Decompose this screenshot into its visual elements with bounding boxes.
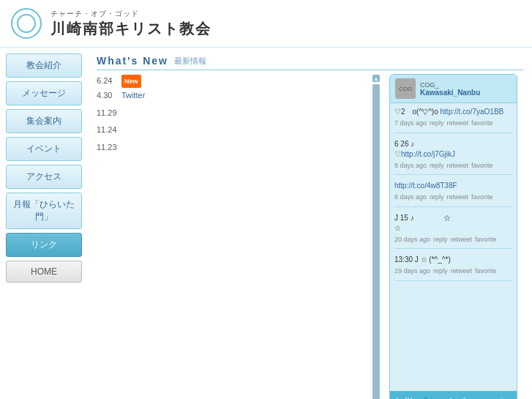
news-item-2: 4.30 Twitter bbox=[97, 89, 369, 103]
news-content-1[interactable]: New bbox=[121, 74, 141, 89]
tweet-text-4: J 15 ♪ ☆☆ bbox=[394, 213, 512, 234]
main-content: What's New 最新情報 6.24 New 4.30 Twitter bbox=[88, 48, 532, 399]
nav-message[interactable]: メッセージ bbox=[6, 81, 82, 105]
avatar-initials: COG bbox=[399, 86, 412, 92]
tweet-4: J 15 ♪ ☆☆ 20 days agoreplyretweetfavorit… bbox=[394, 213, 512, 250]
tweet-text-2: 6 26 ♪♡http://t.co/j7GjikJ bbox=[394, 139, 512, 160]
site-subtitle: チャーチ・オブ・ゴッド bbox=[50, 9, 211, 19]
twitter-content: ♡2 o(^▽^)o http://t.co/7yaO1BB 7 days ag… bbox=[390, 103, 517, 391]
logo-inner-circle bbox=[17, 14, 36, 33]
tweet-text-1: ♡2 o(^▽^)o http://t.co/7yaO1BB bbox=[394, 107, 512, 117]
news-item-1: 6.24 New bbox=[97, 74, 369, 89]
twitter-branding: twitter 🐦 bbox=[396, 395, 435, 399]
tweet-2: 6 26 ♪♡http://t.co/j7GjikJ 8 days agorep… bbox=[394, 139, 512, 176]
twitter-bird-icon: 🐦 bbox=[422, 395, 435, 399]
whats-new-subtitle: 最新情報 bbox=[174, 56, 206, 67]
tweet-1: ♡2 o(^▽^)o http://t.co/7yaO1BB 7 days ag… bbox=[394, 107, 512, 133]
new-badge: New bbox=[121, 75, 141, 88]
news-list: 6.24 New 4.30 Twitter 11.29 11.24 11.23 bbox=[97, 74, 369, 155]
site-title: 川崎南部キリスト教会 bbox=[50, 19, 211, 39]
twitter-username: Kawasaki_Nanbu bbox=[420, 89, 480, 97]
news-date-2: 4.30 bbox=[97, 89, 117, 103]
tweet-meta-1: 7 days agoreplyretweetfavorite bbox=[394, 119, 512, 128]
twitter-user-info: COG_ Kawasaki_Nanbu bbox=[420, 81, 480, 97]
main-layout: 教会紹介 メッセージ 集会案内 イベント アクセス 月報「ひらいた門」 リンク … bbox=[0, 48, 532, 399]
scrollbar: ▲ ▼ bbox=[370, 74, 382, 399]
middle-section: 6.24 New 4.30 Twitter 11.29 11.24 11.23 bbox=[97, 74, 523, 399]
tweet-text-3: http://t.co/4w8T38F bbox=[394, 181, 512, 191]
tweet-link-3[interactable]: http://t.co/4w8T38F bbox=[394, 182, 457, 190]
tweet-text-5: 13:30 J ☆ (*^_^*) bbox=[394, 255, 512, 265]
twitter-handle: COG_ bbox=[420, 81, 480, 89]
logo-icon bbox=[11, 8, 42, 39]
news-content-2[interactable]: Twitter bbox=[121, 89, 145, 103]
scroll-up-arrow[interactable]: ▲ bbox=[372, 75, 380, 82]
scroll-thumb[interactable] bbox=[372, 84, 380, 399]
nav-schedule[interactable]: 集会案内 bbox=[6, 109, 82, 133]
tweet-meta-2: 8 days agoreplyretweetfavorite bbox=[394, 161, 512, 171]
news-date-5: 11.23 bbox=[97, 141, 369, 155]
twitter-logo-text: twitter bbox=[396, 396, 420, 399]
logo-text-block: チャーチ・オブ・ゴッド 川崎南部キリスト教会 bbox=[50, 9, 211, 39]
twitter-footer: twitter 🐦 Join the conversation bbox=[390, 391, 517, 399]
twitter-panel: COG COG_ Kawasaki_Nanbu ♡2 o(^▽^)o http:… bbox=[389, 74, 517, 399]
whats-new-title: What's New bbox=[97, 55, 168, 67]
tweet-link-1[interactable]: http://t.co/7yaO1BB bbox=[441, 108, 504, 116]
nav-monthly[interactable]: 月報「ひらいた門」 bbox=[6, 193, 82, 229]
news-date-3: 11.29 bbox=[97, 106, 369, 121]
sidebar: 教会紹介 メッセージ 集会案内 イベント アクセス 月報「ひらいた門」 リンク … bbox=[0, 48, 88, 399]
nav-links[interactable]: リンク bbox=[6, 233, 82, 257]
nav-church-intro[interactable]: 教会紹介 bbox=[6, 53, 82, 78]
nav-home[interactable]: HOME bbox=[6, 261, 82, 283]
nav-event[interactable]: イベント bbox=[6, 137, 82, 161]
tweet-link-2[interactable]: http://t.co/j7GjikJ bbox=[401, 150, 455, 158]
tweet-3: http://t.co/4w8T38F 8 days agoreplyretwe… bbox=[394, 181, 512, 207]
twitter-avatar: COG bbox=[395, 78, 416, 99]
news-date-1: 6.24 bbox=[97, 74, 117, 89]
news-date-4: 11.24 bbox=[97, 123, 369, 138]
tweet-meta-4: 20 days agoreplyretweetfavorite bbox=[394, 235, 512, 245]
news-column: 6.24 New 4.30 Twitter 11.29 11.24 11.23 bbox=[97, 74, 369, 399]
tweet-meta-5: 29 days agoreplyretweetfavorite bbox=[394, 266, 512, 276]
nav-access[interactable]: アクセス bbox=[6, 165, 82, 189]
twitter-header: COG COG_ Kawasaki_Nanbu bbox=[390, 75, 517, 103]
site-header: チャーチ・オブ・ゴッド 川崎南部キリスト教会 bbox=[0, 0, 532, 48]
tweet-5: 13:30 J ☆ (*^_^*) 29 days agoreplyretwee… bbox=[394, 255, 512, 281]
tweet-meta-3: 8 days agoreplyretweetfavorite bbox=[394, 193, 512, 202]
whats-new-header: What's New 最新情報 bbox=[97, 55, 523, 70]
